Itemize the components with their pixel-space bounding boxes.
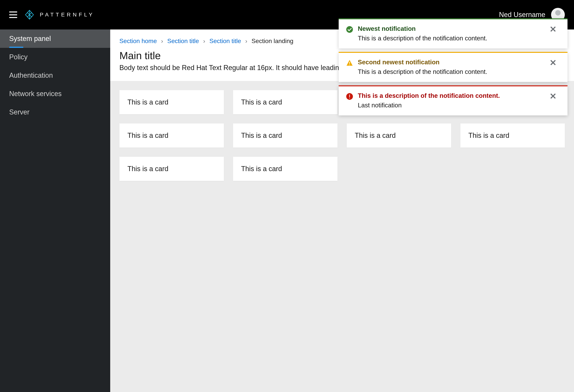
toast-body: Second newest notificationThis is a desc… (357, 59, 550, 75)
brand-icon (24, 9, 35, 20)
toast-body: This is a description of the notificatio… (357, 92, 550, 109)
header-left: PATTERNFLY (9, 9, 95, 20)
svg-rect-6 (349, 98, 350, 98)
card[interactable]: This is a card (119, 124, 224, 147)
card[interactable]: This is a card (233, 124, 338, 147)
svg-rect-2 (349, 62, 350, 64)
toast-title: Second newest notification (358, 59, 550, 66)
sidebar-item-system-panel[interactable]: System panel (0, 29, 110, 48)
card-body: This is a card (127, 98, 168, 106)
card-body: This is a card (355, 131, 396, 139)
card[interactable]: This is a card (119, 90, 224, 114)
svg-rect-3 (349, 64, 350, 65)
breadcrumb-item[interactable]: Section title (167, 38, 199, 45)
breadcrumb-item[interactable]: Section home (119, 38, 157, 45)
card-body: This is a card (127, 165, 168, 173)
breadcrumb-separator-icon: › (203, 38, 205, 45)
toast-title: This is a description of the notificatio… (358, 92, 550, 99)
close-button[interactable]: ✕ (550, 59, 560, 67)
svg-rect-5 (349, 95, 350, 97)
sidebar-nav: System panelPolicyAuthenticationNetwork … (0, 29, 110, 392)
card-body: This is a card (241, 98, 282, 106)
card[interactable]: This is a card (460, 124, 565, 147)
toast-description: This is a description of the notificatio… (358, 68, 550, 75)
card[interactable]: This is a card (119, 157, 224, 181)
sidebar-item-network-services[interactable]: Network services (0, 85, 110, 103)
success-icon (346, 26, 353, 33)
card-body: This is a card (468, 131, 509, 139)
svg-point-1 (346, 26, 353, 33)
sidebar-item-server[interactable]: Server (0, 103, 110, 121)
brand-logo[interactable]: PATTERNFLY (24, 9, 95, 20)
sidebar-item-policy[interactable]: Policy (0, 48, 110, 66)
close-button[interactable]: ✕ (550, 92, 560, 101)
breadcrumb-separator-icon: › (161, 38, 163, 45)
sidebar-item-label: Policy (9, 53, 28, 61)
sidebar-item-label: System panel (9, 35, 51, 43)
breadcrumb-item[interactable]: Section title (209, 38, 241, 45)
toast-alert-success: Newest notificationThis is a description… (339, 18, 568, 48)
toast-alert-danger: This is a description of the notificatio… (339, 85, 568, 115)
toast-description: Last notification (358, 102, 550, 109)
brand-text: PATTERNFLY (40, 12, 95, 18)
card[interactable]: This is a card (233, 157, 338, 181)
toast-description: This is a description of the notificatio… (358, 35, 550, 42)
breadcrumb-item: Section landing (251, 38, 293, 45)
sidebar-item-label: Server (9, 108, 29, 116)
card-body: This is a card (241, 165, 282, 173)
warning-icon (346, 59, 353, 67)
breadcrumb-separator-icon: › (245, 38, 247, 45)
toast-alert-warning: Second newest notificationThis is a desc… (339, 52, 568, 82)
svg-point-0 (555, 10, 561, 16)
menu-toggle-button[interactable] (9, 11, 17, 18)
toast-body: Newest notificationThis is a description… (357, 25, 550, 42)
close-button[interactable]: ✕ (550, 25, 560, 34)
danger-icon (346, 93, 353, 100)
card-body: This is a card (127, 131, 168, 139)
sidebar-item-authentication[interactable]: Authentication (0, 66, 110, 85)
card[interactable]: This is a card (347, 124, 451, 147)
toast-group: Newest notificationThis is a description… (339, 18, 568, 115)
card[interactable]: This is a card (233, 90, 338, 114)
sidebar-item-label: Authentication (9, 71, 53, 80)
username-label[interactable]: Ned Username (499, 11, 545, 19)
toast-title: Newest notification (358, 25, 550, 32)
card-body: This is a card (241, 131, 282, 139)
sidebar-item-label: Network services (9, 90, 62, 98)
